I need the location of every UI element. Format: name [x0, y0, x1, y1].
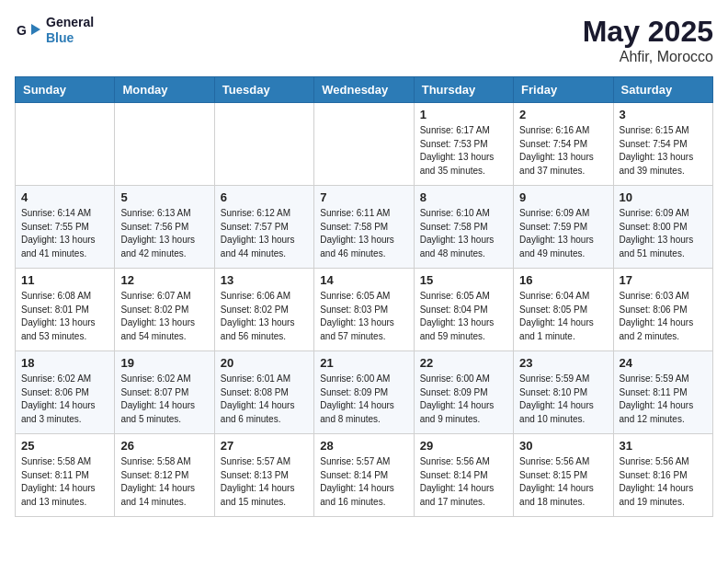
day-number: 18	[21, 356, 108, 370]
calendar-cell: 3Sunrise: 6:15 AM Sunset: 7:54 PM Daylig…	[613, 103, 712, 186]
cell-content: Sunrise: 5:56 AM Sunset: 8:14 PM Dayligh…	[420, 455, 507, 509]
weekday-thursday: Thursday	[414, 77, 513, 103]
calendar-cell: 31Sunrise: 5:56 AM Sunset: 8:16 PM Dayli…	[613, 434, 712, 517]
cell-content: Sunrise: 5:56 AM Sunset: 8:16 PM Dayligh…	[620, 455, 707, 509]
calendar-cell: 19Sunrise: 6:02 AM Sunset: 8:07 PM Dayli…	[115, 351, 214, 434]
cell-content: Sunrise: 6:14 AM Sunset: 7:55 PM Dayligh…	[21, 207, 108, 260]
weekday-header-row: SundayMondayTuesdayWednesdayThursdayFrid…	[16, 77, 713, 103]
calendar-cell: 27Sunrise: 5:57 AM Sunset: 8:13 PM Dayli…	[214, 434, 313, 517]
day-number: 8	[420, 190, 507, 204]
weekday-tuesday: Tuesday	[214, 77, 313, 103]
svg-marker-1	[31, 24, 40, 35]
calendar-cell	[115, 103, 214, 186]
cell-content: Sunrise: 6:07 AM Sunset: 8:02 PM Dayligh…	[120, 290, 208, 343]
cell-content: Sunrise: 6:01 AM Sunset: 8:08 PM Dayligh…	[221, 373, 308, 426]
calendar-cell: 1Sunrise: 6:17 AM Sunset: 7:53 PM Daylig…	[414, 103, 513, 186]
cell-content: Sunrise: 5:59 AM Sunset: 8:11 PM Dayligh…	[620, 373, 707, 426]
day-number: 3	[620, 108, 707, 121]
calendar-week-1: 1Sunrise: 6:17 AM Sunset: 7:53 PM Daylig…	[16, 103, 713, 186]
calendar-week-4: 18Sunrise: 6:02 AM Sunset: 8:06 PM Dayli…	[16, 351, 713, 434]
day-number: 1	[420, 108, 507, 121]
day-number: 28	[320, 439, 407, 453]
cell-content: Sunrise: 6:06 AM Sunset: 8:02 PM Dayligh…	[221, 290, 308, 343]
day-number: 30	[519, 439, 607, 453]
day-number: 6	[221, 190, 308, 204]
logo: G General Blue	[15, 15, 94, 46]
day-number: 14	[320, 273, 407, 287]
weekday-saturday: Saturday	[613, 77, 712, 103]
cell-content: Sunrise: 6:02 AM Sunset: 8:07 PM Dayligh…	[120, 373, 208, 426]
day-number: 5	[120, 190, 208, 204]
day-number: 25	[21, 439, 108, 453]
calendar-cell: 24Sunrise: 5:59 AM Sunset: 8:11 PM Dayli…	[613, 351, 712, 434]
day-number: 10	[620, 190, 707, 204]
calendar-cell	[214, 103, 313, 186]
calendar-cell: 9Sunrise: 6:09 AM Sunset: 7:59 PM Daylig…	[514, 186, 613, 269]
cell-content: Sunrise: 6:04 AM Sunset: 8:05 PM Dayligh…	[519, 290, 607, 343]
cell-content: Sunrise: 6:13 AM Sunset: 7:56 PM Dayligh…	[120, 207, 208, 260]
cell-content: Sunrise: 5:59 AM Sunset: 8:10 PM Dayligh…	[519, 373, 607, 426]
calendar-table: SundayMondayTuesdayWednesdayThursdayFrid…	[15, 76, 713, 517]
cell-content: Sunrise: 5:58 AM Sunset: 8:12 PM Dayligh…	[120, 455, 208, 509]
day-number: 12	[120, 273, 208, 287]
day-number: 21	[320, 356, 407, 370]
weekday-monday: Monday	[115, 77, 214, 103]
calendar-cell: 4Sunrise: 6:14 AM Sunset: 7:55 PM Daylig…	[16, 186, 115, 269]
day-number: 20	[221, 356, 308, 370]
calendar-cell: 6Sunrise: 6:12 AM Sunset: 7:57 PM Daylig…	[214, 186, 313, 269]
calendar-cell: 10Sunrise: 6:09 AM Sunset: 8:00 PM Dayli…	[613, 186, 712, 269]
calendar-cell: 23Sunrise: 5:59 AM Sunset: 8:10 PM Dayli…	[514, 351, 613, 434]
calendar-cell: 14Sunrise: 6:05 AM Sunset: 8:03 PM Dayli…	[314, 269, 414, 351]
calendar-cell: 21Sunrise: 6:00 AM Sunset: 8:09 PM Dayli…	[314, 351, 414, 434]
cell-content: Sunrise: 6:12 AM Sunset: 7:57 PM Dayligh…	[221, 207, 308, 260]
day-number: 15	[420, 273, 507, 287]
calendar-cell: 7Sunrise: 6:11 AM Sunset: 7:58 PM Daylig…	[314, 186, 414, 269]
page-header: G General Blue May 2025 Ahfir, Morocco	[15, 15, 713, 65]
day-number: 2	[519, 108, 607, 121]
day-number: 7	[320, 190, 407, 204]
calendar-cell: 5Sunrise: 6:13 AM Sunset: 7:56 PM Daylig…	[115, 186, 214, 269]
day-number: 17	[620, 273, 707, 287]
cell-content: Sunrise: 6:08 AM Sunset: 8:01 PM Dayligh…	[21, 290, 108, 343]
calendar-cell: 13Sunrise: 6:06 AM Sunset: 8:02 PM Dayli…	[214, 269, 313, 351]
calendar-cell: 11Sunrise: 6:08 AM Sunset: 8:01 PM Dayli…	[16, 269, 115, 351]
location: Ahfir, Morocco	[583, 49, 713, 65]
cell-content: Sunrise: 6:16 AM Sunset: 7:54 PM Dayligh…	[519, 124, 607, 178]
cell-content: Sunrise: 6:09 AM Sunset: 8:00 PM Dayligh…	[620, 207, 707, 260]
cell-content: Sunrise: 6:17 AM Sunset: 7:53 PM Dayligh…	[420, 124, 507, 178]
calendar-cell: 12Sunrise: 6:07 AM Sunset: 8:02 PM Dayli…	[115, 269, 214, 351]
month-title: May 2025	[583, 15, 713, 49]
day-number: 13	[221, 273, 308, 287]
calendar-cell	[314, 103, 414, 186]
cell-content: Sunrise: 5:57 AM Sunset: 8:14 PM Dayligh…	[320, 455, 407, 509]
cell-content: Sunrise: 6:02 AM Sunset: 8:06 PM Dayligh…	[21, 373, 108, 426]
calendar-cell: 15Sunrise: 6:05 AM Sunset: 8:04 PM Dayli…	[414, 269, 513, 351]
cell-content: Sunrise: 5:57 AM Sunset: 8:13 PM Dayligh…	[221, 455, 308, 509]
cell-content: Sunrise: 6:15 AM Sunset: 7:54 PM Dayligh…	[620, 124, 707, 178]
calendar-cell: 20Sunrise: 6:01 AM Sunset: 8:08 PM Dayli…	[214, 351, 313, 434]
cell-content: Sunrise: 6:05 AM Sunset: 8:03 PM Dayligh…	[320, 290, 407, 343]
calendar-cell: 2Sunrise: 6:16 AM Sunset: 7:54 PM Daylig…	[514, 103, 613, 186]
cell-content: Sunrise: 5:58 AM Sunset: 8:11 PM Dayligh…	[21, 455, 108, 509]
calendar-cell: 22Sunrise: 6:00 AM Sunset: 8:09 PM Dayli…	[414, 351, 513, 434]
cell-content: Sunrise: 6:10 AM Sunset: 7:58 PM Dayligh…	[420, 207, 507, 260]
calendar-cell: 29Sunrise: 5:56 AM Sunset: 8:14 PM Dayli…	[414, 434, 513, 517]
calendar-week-2: 4Sunrise: 6:14 AM Sunset: 7:55 PM Daylig…	[16, 186, 713, 269]
cell-content: Sunrise: 6:11 AM Sunset: 7:58 PM Dayligh…	[320, 207, 407, 260]
calendar-cell: 18Sunrise: 6:02 AM Sunset: 8:06 PM Dayli…	[16, 351, 115, 434]
calendar-cell: 25Sunrise: 5:58 AM Sunset: 8:11 PM Dayli…	[16, 434, 115, 517]
calendar-week-5: 25Sunrise: 5:58 AM Sunset: 8:11 PM Dayli…	[16, 434, 713, 517]
day-number: 29	[420, 439, 507, 453]
calendar-week-3: 11Sunrise: 6:08 AM Sunset: 8:01 PM Dayli…	[16, 269, 713, 351]
day-number: 23	[519, 356, 607, 370]
cell-content: Sunrise: 6:03 AM Sunset: 8:06 PM Dayligh…	[620, 290, 707, 343]
cell-content: Sunrise: 6:09 AM Sunset: 7:59 PM Dayligh…	[519, 207, 607, 260]
cell-content: Sunrise: 6:05 AM Sunset: 8:04 PM Dayligh…	[420, 290, 507, 343]
cell-content: Sunrise: 6:00 AM Sunset: 8:09 PM Dayligh…	[320, 373, 407, 426]
calendar-cell	[16, 103, 115, 186]
day-number: 4	[21, 190, 108, 204]
day-number: 16	[519, 273, 607, 287]
weekday-wednesday: Wednesday	[314, 77, 414, 103]
logo-blue: Blue	[46, 30, 94, 46]
calendar-cell: 30Sunrise: 5:56 AM Sunset: 8:15 PM Dayli…	[514, 434, 613, 517]
